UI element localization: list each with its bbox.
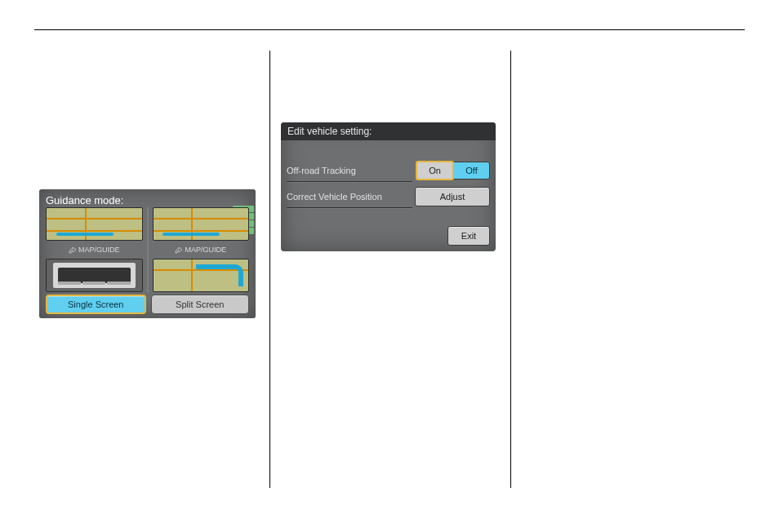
offroad-on-button[interactable]: On	[416, 161, 454, 180]
adjust-button[interactable]: Adjust	[415, 187, 490, 206]
offroad-toggle: On Off	[416, 162, 490, 180]
column-divider-1	[269, 51, 270, 488]
preview-map-single	[46, 207, 143, 241]
preview-map-split-lower	[153, 259, 250, 292]
row-underline-1	[287, 181, 412, 182]
split-screen-button[interactable]: Split Screen	[151, 295, 250, 314]
guidance-col-split: MAP/GUIDE	[153, 207, 250, 292]
offroad-label: Off-road Tracking	[287, 166, 416, 175]
row-offroad-tracking: Off-road Tracking On Off	[287, 162, 490, 180]
correct-position-label: Correct Vehicle Position	[287, 192, 415, 202]
row-correct-position: Correct Vehicle Position Adjust	[287, 188, 490, 206]
single-screen-button[interactable]: Single Screen	[46, 295, 146, 314]
preview-map-split	[153, 207, 250, 241]
guidance-buttons: Single Screen Split Screen	[46, 295, 249, 314]
map-guide-label: MAP/GUIDE	[185, 246, 226, 254]
offroad-off-button[interactable]: Off	[453, 162, 490, 180]
vehicle-title: Edit vehicle setting:	[287, 126, 372, 137]
exit-button[interactable]: Exit	[447, 226, 490, 246]
page-divider	[34, 29, 745, 30]
curve-arrow-icon	[175, 246, 183, 254]
row-underline-2	[287, 207, 412, 208]
vehicle-body: Off-road Tracking On Off Correct Vehicle…	[281, 140, 496, 251]
guidance-grid: MAP/GUIDE	[46, 207, 249, 292]
curve-arrow-icon	[69, 246, 77, 254]
screenshot-edit-vehicle-setting: Edit vehicle setting: Off-road Tracking …	[281, 122, 496, 251]
screenshot-guidance-mode: Guidance mode: MAP/GUIDE	[39, 189, 256, 318]
preview-caption-single: MAP/GUIDE	[46, 244, 143, 255]
column-divider-2	[510, 51, 511, 488]
guidance-col-single: MAP/GUIDE	[46, 207, 143, 292]
guidance-title: Guidance mode:	[46, 194, 123, 206]
map-guide-label: MAP/GUIDE	[78, 246, 120, 254]
preview-device-single	[46, 259, 143, 292]
vehicle-title-bar: Edit vehicle setting:	[281, 122, 496, 140]
preview-caption-split: MAP/GUIDE	[153, 244, 250, 255]
